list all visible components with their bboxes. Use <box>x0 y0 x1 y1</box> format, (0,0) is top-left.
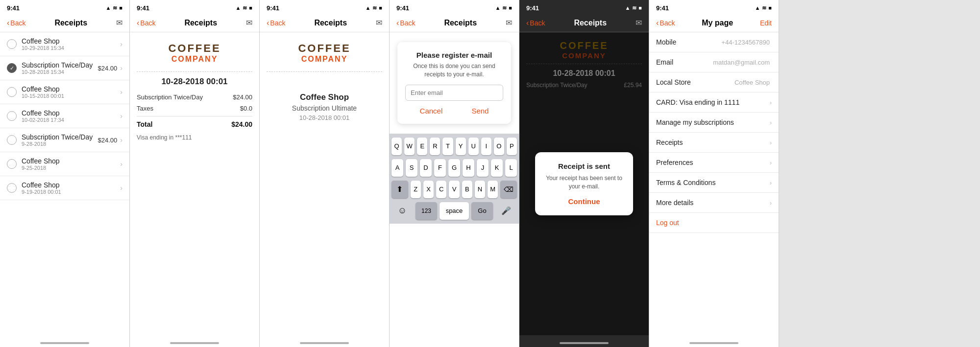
status-icons-3: ▲ ≋ ■ <box>365 5 382 11</box>
email-icon-3[interactable]: ✉ <box>376 18 382 27</box>
edit-button[interactable]: Edit <box>760 19 772 27</box>
back-button-2[interactable]: ‹ Back <box>137 19 155 27</box>
key-g[interactable]: G <box>448 159 460 177</box>
item-info: Coffee Shop 10-15-2018 00:01 <box>22 85 120 99</box>
my-page-item-localstore[interactable]: Local Store Coffee Shop <box>649 72 779 93</box>
key-l[interactable]: L <box>505 159 517 177</box>
status-bar-2: 9:41 ▲ ≋ ■ <box>130 0 259 14</box>
shift-key[interactable]: ⬆ <box>392 181 408 198</box>
email-icon-2[interactable]: ✉ <box>246 18 252 27</box>
key-f[interactable]: F <box>434 159 446 177</box>
chevron-left-icon: ‹ <box>267 19 269 27</box>
battery-icon: ■ <box>768 5 772 11</box>
receipt-row: Subscription Twice/Day $24.00 <box>137 93 252 101</box>
key-j[interactable]: J <box>477 159 489 177</box>
key-s[interactable]: S <box>406 159 417 177</box>
nav-right-4: ✉ <box>506 18 512 27</box>
card-label: CARD: Visa ending in 1111 <box>656 98 770 106</box>
item-date: 10-15-2018 00:01 <box>22 93 120 99</box>
my-page-item-logout[interactable]: Log out <box>649 213 779 233</box>
battery-icon: ■ <box>379 5 382 11</box>
key-c[interactable]: C <box>436 181 446 198</box>
key-w[interactable]: W <box>404 138 415 155</box>
nav-right-5: ✉ <box>636 18 642 27</box>
status-icons-2: ▲ ≋ ■ <box>235 5 252 11</box>
my-page-item-email[interactable]: Email matdan@gmail.com <box>649 52 779 72</box>
chevron-right-icon: › <box>770 199 772 207</box>
email-icon-4[interactable]: ✉ <box>506 18 512 27</box>
key-m[interactable]: M <box>488 181 498 198</box>
key-e[interactable]: E <box>417 138 427 155</box>
my-page-item-preferences[interactable]: Preferences › <box>649 153 779 173</box>
continue-button[interactable]: Continue <box>544 197 624 206</box>
chevron-right-icon: › <box>770 119 772 126</box>
cancel-button[interactable]: Cancel <box>420 107 443 115</box>
list-item[interactable]: Coffee Shop 10-29-2018 15:34 › <box>0 32 129 56</box>
my-page-item-subscriptions[interactable]: Manage my subscriptions › <box>649 113 779 133</box>
my-page-item-mobile[interactable]: Mobile +44-1234567890 <box>649 32 779 52</box>
emoji-key[interactable]: ☺ <box>392 202 413 220</box>
back-button-6[interactable]: ‹ Back <box>656 19 675 27</box>
key-o[interactable]: O <box>494 138 504 155</box>
key-h[interactable]: H <box>463 159 474 177</box>
list-item[interactable]: Subscription Twice/Day 9-28-2018 $24.00 … <box>0 128 129 152</box>
key-t[interactable]: T <box>442 138 453 155</box>
key-b[interactable]: B <box>462 181 472 198</box>
email-value: matdan@gmail.com <box>713 59 770 66</box>
key-a[interactable]: A <box>392 159 403 177</box>
my-page-item-more[interactable]: More details › <box>649 193 779 213</box>
total-row: Total $24.00 <box>137 116 252 128</box>
my-page-item-receipts[interactable]: Receipts › <box>649 133 779 153</box>
back-button-3[interactable]: ‹ Back <box>267 19 285 27</box>
go-key[interactable]: Go <box>471 202 493 220</box>
numbers-key[interactable]: 123 <box>416 202 437 220</box>
back-button-4[interactable]: ‹ Back <box>396 19 415 27</box>
key-r[interactable]: R <box>430 138 440 155</box>
status-icons-6: ▲ ≋ ■ <box>755 5 772 11</box>
key-p[interactable]: P <box>507 138 517 155</box>
list-item[interactable]: Coffee Shop 9-19-2018 00:01 › <box>0 176 129 200</box>
item-date: 9-19-2018 00:01 <box>22 189 120 195</box>
email-input[interactable] <box>405 85 503 101</box>
space-key[interactable]: space <box>440 202 469 220</box>
wifi-icon: ≋ <box>113 5 117 11</box>
key-n[interactable]: N <box>475 181 485 198</box>
check-circle <box>7 159 17 169</box>
chevron-right-icon: › <box>120 184 122 192</box>
nav-bar-4: ‹ Back Receipts ✉ <box>390 14 519 32</box>
my-page-item-terms[interactable]: Terms & Conditions › <box>649 173 779 193</box>
row-label: Taxes <box>137 105 153 112</box>
email-icon-1[interactable]: ✉ <box>116 18 122 27</box>
key-d[interactable]: D <box>420 159 432 177</box>
back-button-1[interactable]: ‹ Back <box>7 19 25 27</box>
list-item[interactable]: Coffee Shop 10-02-2018 17:34 › <box>0 104 129 128</box>
key-u[interactable]: U <box>468 138 479 155</box>
popup-box: Receipt is sent Your receipt has been se… <box>535 152 633 216</box>
key-q[interactable]: Q <box>392 138 402 155</box>
signal-icon: ▲ <box>105 5 111 11</box>
delete-key[interactable]: ⌫ <box>500 181 517 198</box>
list-item[interactable]: Subscription Twice/Day 10-28-2018 15:34 … <box>0 56 129 80</box>
list-item[interactable]: Coffee Shop 10-15-2018 00:01 › <box>0 80 129 104</box>
keyboard-row-2: A S D F G H J K L <box>392 159 517 177</box>
nav-title-5: Receipts <box>574 19 607 27</box>
localstore-label: Local Store <box>656 78 735 86</box>
check-circle <box>7 183 17 193</box>
my-page-item-card[interactable]: CARD: Visa ending in 1111 › <box>649 93 779 113</box>
key-k[interactable]: K <box>491 159 503 177</box>
my-page-list: Mobile +44-1234567890 Email matdan@gmail… <box>649 32 779 335</box>
signal-icon: ▲ <box>495 5 500 11</box>
key-v[interactable]: V <box>449 181 459 198</box>
send-button[interactable]: Send <box>471 107 489 115</box>
check-circle-checked <box>7 63 17 73</box>
item-info: Coffee Shop 9-19-2018 00:01 <box>22 181 120 195</box>
key-y[interactable]: Y <box>456 138 466 155</box>
key-z[interactable]: Z <box>411 181 421 198</box>
key-i[interactable]: I <box>481 138 491 155</box>
key-x[interactable]: X <box>423 181 434 198</box>
email-icon-5[interactable]: ✉ <box>636 18 642 27</box>
back-button-5[interactable]: ‹ Back <box>526 19 545 27</box>
list-item[interactable]: Coffee Shop 9-25-2018 › <box>0 152 129 176</box>
dialog-title: Please register e-mail <box>405 51 503 59</box>
mic-key[interactable]: 🎤 <box>495 202 517 220</box>
